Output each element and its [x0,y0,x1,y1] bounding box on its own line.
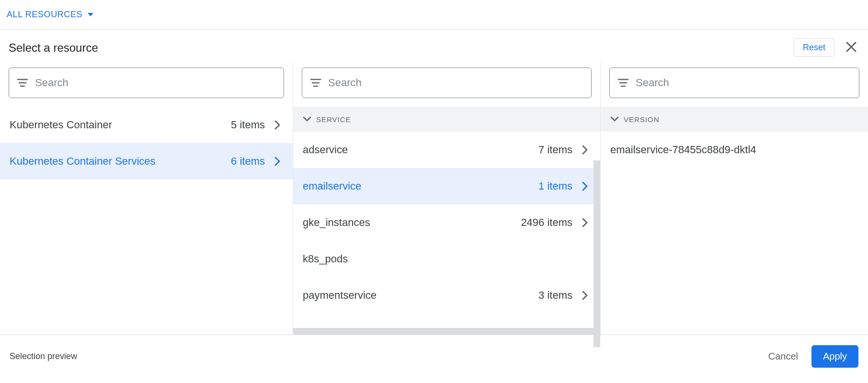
search-input[interactable] [636,77,851,89]
resource-columns: Kubernetes Container5 itemsKubernetes Co… [0,62,868,335]
scrollbar-horizontal[interactable] [293,328,594,335]
group-header-label: VERSION [624,115,660,124]
footer: Selection preview Cancel Apply [0,335,868,378]
item-count: 6 items [231,155,265,168]
filter-icon [310,78,321,88]
item-label: emailservice [303,180,361,192]
item-count: 3 items [538,289,572,302]
column-resource-type: Kubernetes Container5 itemsKubernetes Co… [0,62,293,335]
reset-button[interactable]: Reset [794,38,834,57]
list-item[interactable]: gke_instances2496 items [293,204,600,241]
search-input[interactable] [35,77,276,89]
list-item[interactable]: k8s_pods [293,241,600,277]
version-list: emailservice-78455c88d9-dktl4 [601,132,868,168]
search-box[interactable] [609,68,859,98]
search-wrap [0,62,293,107]
apply-button[interactable]: Apply [811,345,858,368]
item-count: 1 items [538,180,572,192]
all-resources-dropdown[interactable]: ALL RESOURCES [7,10,94,20]
item-count: 7 items [538,144,572,156]
filter-icon [617,78,629,88]
header: Select a resource Reset [0,30,868,62]
close-button[interactable] [843,39,859,56]
list-item[interactable]: paymentservice3 items [293,277,600,314]
item-label: Kubernetes Container [10,119,112,131]
search-box[interactable] [302,68,592,98]
chevron-right-icon [272,120,283,130]
item-count: 2496 items [521,216,572,229]
column-version: VERSION emailservice-78455c88d9-dktl4 [601,62,868,335]
list-item[interactable]: adservice7 items [293,132,600,168]
scrollbar-vertical[interactable] [594,160,600,347]
search-wrap [293,62,600,107]
service-list: adservice7 itemsemailservice1 itemsgke_i… [293,132,600,314]
list-item[interactable]: Kubernetes Container5 items [0,107,293,143]
item-count: 5 items [231,119,265,131]
chevron-down-icon [610,116,619,122]
footer-actions: Cancel Apply [768,345,858,368]
close-icon [845,47,857,55]
list-item[interactable]: emailservice-78455c88d9-dktl4 [601,132,868,168]
selection-preview-label: Selection preview [10,351,77,361]
item-label: Kubernetes Container Services [10,155,156,168]
all-resources-label: ALL RESOURCES [7,10,82,20]
list-item[interactable]: Kubernetes Container Services6 items [0,143,293,180]
group-header-label: SERVICE [316,115,351,124]
column-service: SERVICE adservice7 itemsemailservice1 it… [293,62,601,335]
header-actions: Reset [794,38,859,57]
chevron-right-icon [579,291,591,300]
list-item[interactable]: emailservice1 items [293,168,600,204]
item-label: adservice [303,144,348,156]
chevron-right-icon [579,145,591,155]
chevron-down-icon [303,116,311,122]
item-label: paymentservice [303,289,377,302]
search-wrap [601,62,868,107]
filter-icon [17,78,28,88]
page-title: Select a resource [9,41,98,55]
item-label: gke_instances [303,216,370,229]
resource-type-list: Kubernetes Container5 itemsKubernetes Co… [0,107,293,180]
chevron-right-icon [579,218,591,227]
search-box[interactable] [9,68,284,98]
item-label: emailservice-78455c88d9-dktl4 [610,144,756,156]
topbar: ALL RESOURCES [0,0,868,30]
cancel-button[interactable]: Cancel [768,351,798,362]
search-input[interactable] [328,77,583,89]
dropdown-icon [87,12,94,17]
chevron-right-icon [579,181,591,191]
group-header-version[interactable]: VERSION [601,107,868,132]
item-label: k8s_pods [303,253,348,265]
group-header-service[interactable]: SERVICE [293,107,600,132]
chevron-right-icon [272,157,283,166]
